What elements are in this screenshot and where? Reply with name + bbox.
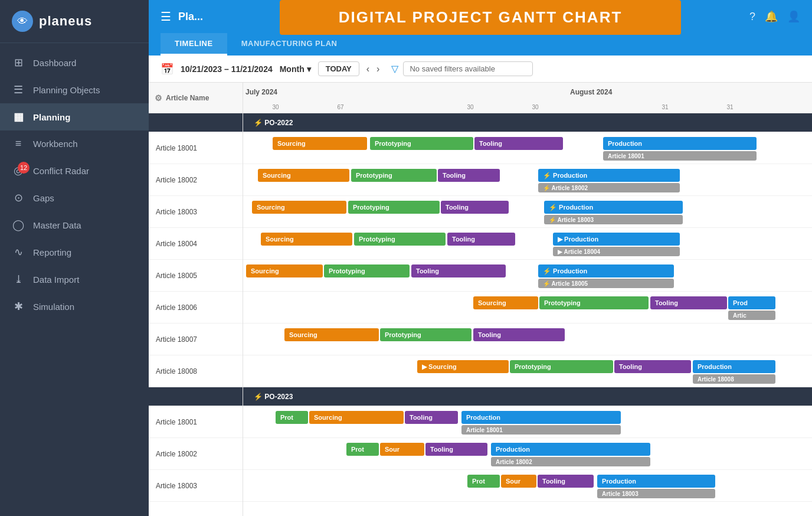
date-range: 10/21/2023 – 11/21/2024 bbox=[181, 64, 273, 74]
gantt-article-label: Article 18002 bbox=[149, 164, 243, 196]
user-icon[interactable]: 👤 bbox=[787, 10, 800, 23]
sidebar-item-dashboard[interactable]: ⊞ Dashboard bbox=[0, 49, 149, 76]
month-label-august: August 2024 bbox=[568, 88, 612, 96]
gantt-bar-prototyping: Prototyping bbox=[370, 137, 473, 150]
gantt-bar-sourcing: Sourcing bbox=[473, 296, 538, 309]
gantt-bar-prototyping: Prototyping bbox=[351, 169, 437, 182]
sidebar-item-planning[interactable]: ▦ Planning bbox=[0, 103, 149, 130]
gantt-article-label: Article 18002 bbox=[149, 438, 243, 470]
gantt-bar-prototyping: Prot bbox=[346, 443, 379, 456]
gantt-bar-production: ⚡ Production bbox=[538, 169, 680, 182]
nav-icon-simulation: ✱ bbox=[12, 300, 25, 313]
sidebar-item-conflict-radar[interactable]: ◎ Conflict Radar12 bbox=[0, 157, 149, 184]
bell-icon[interactable]: 🔔 bbox=[765, 10, 778, 23]
day-labels: 30 67 30 30 31 31 33 bbox=[243, 104, 812, 110]
gantt-bar-tooling: Tooling bbox=[441, 201, 509, 214]
sidebar-item-workbench[interactable]: ≡ Workbench bbox=[0, 130, 149, 157]
gantt-group-row-PO-2022: ⚡ PO-2022 bbox=[243, 113, 812, 132]
gantt-article-label: Article 18006 bbox=[149, 292, 243, 324]
sidebar-logo: 👁 planeus bbox=[0, 0, 149, 43]
nav-label-data-import: Data Import bbox=[33, 275, 79, 285]
gantt-bar-production: Production bbox=[597, 475, 715, 488]
gantt-container: ⚙ Article Name Article 18001Article 1800… bbox=[149, 83, 812, 516]
gantt-bar-sourcing: Sourcing bbox=[246, 264, 323, 277]
gantt-bar-tooling: Tooling bbox=[411, 264, 506, 277]
gantt-bar-article: ⚡ Article 18005 bbox=[538, 279, 674, 288]
nav-label-planning: Planning bbox=[33, 112, 70, 122]
gantt-row: ProtSourcingToolingProductionArticle 180… bbox=[243, 406, 812, 438]
gantt-bar-article: Article 18008 bbox=[693, 374, 775, 384]
gantt-row: ProtSourToolingProductionArticle 18003 bbox=[243, 470, 812, 502]
gantt-bar-production: Production bbox=[461, 411, 621, 424]
gantt-article-label: Article 18003 bbox=[149, 470, 243, 502]
sidebar-item-gaps[interactable]: ⊙ Gaps bbox=[0, 184, 149, 211]
gantt-bar-production: ⚡ Production bbox=[538, 264, 674, 277]
calendar-icon: 📅 bbox=[161, 63, 173, 76]
sidebar: 👁 planeus ⊞ Dashboard☰ Planning Objects▦… bbox=[0, 0, 149, 516]
gantt-group-label-PO-2022 bbox=[149, 113, 243, 132]
sidebar-nav: ⊞ Dashboard☰ Planning Objects▦ Planning≡… bbox=[0, 43, 149, 326]
gantt-bar-tooling: Tooling bbox=[405, 411, 458, 424]
gantt-bar-production: Production bbox=[603, 137, 757, 150]
gantt-row: SourcingPrototypingTooling bbox=[243, 324, 812, 355]
gantt-bar-prototyping: Prototyping bbox=[539, 296, 649, 309]
gantt-bar-tooling: Tooling bbox=[474, 137, 563, 150]
nav-label-planning-objects: Planning Objects bbox=[33, 85, 100, 95]
gantt-article-label: Article 18004 bbox=[149, 228, 243, 260]
gantt-article-label: Article 18008 bbox=[149, 355, 243, 387]
filter-select[interactable]: No saved filters available bbox=[403, 61, 533, 76]
gantt-bar-po-PO-2022: ⚡ PO-2022 bbox=[249, 115, 768, 130]
gantt-bar-tooling: Tooling bbox=[538, 475, 594, 488]
tab-bar: TIMELINEMANUFACTURING PLAN bbox=[149, 33, 812, 55]
today-button[interactable]: TODAY bbox=[318, 61, 359, 76]
gantt-bar-sourcing: Sourcing bbox=[284, 328, 379, 341]
header-icons: ? 🔔 👤 bbox=[749, 10, 800, 23]
gantt-chart[interactable]: July 2024 August 2024 30 67 30 30 31 31 … bbox=[243, 83, 812, 516]
prev-button[interactable]: ‹ bbox=[366, 64, 369, 74]
toolbar: 📅 10/21/2023 – 11/21/2024 Month ▾ TODAY … bbox=[149, 55, 812, 83]
sidebar-item-reporting[interactable]: ∿ Reporting bbox=[0, 239, 149, 266]
gantt-bar-sourcing: Sourcing bbox=[273, 137, 367, 150]
nav-icon-workbench: ≡ bbox=[12, 138, 25, 150]
tab-manufacturing-plan[interactable]: MANUFACTURING PLAN bbox=[227, 33, 352, 55]
nav-label-reporting: Reporting bbox=[33, 247, 71, 257]
gantt-bar-prototyping: Prototyping bbox=[354, 233, 446, 246]
gantt-bar-production: ⚡ Production bbox=[544, 201, 683, 214]
sidebar-item-planning-objects[interactable]: ☰ Planning Objects bbox=[0, 76, 149, 103]
nav-icon-reporting: ∿ bbox=[12, 246, 25, 259]
settings-icon[interactable]: ⚙ bbox=[155, 93, 162, 103]
gantt-bar-production: Production bbox=[693, 360, 775, 373]
gantt-bar-tooling: Tooling bbox=[473, 328, 565, 341]
gantt-group-row-PO-2023: ⚡ PO-2023 bbox=[243, 387, 812, 406]
gantt-bar-sourcing: Sourcing bbox=[258, 169, 349, 182]
gantt-row: SourcingPrototypingTooling▶ Production▶ … bbox=[243, 228, 812, 260]
help-icon[interactable]: ? bbox=[749, 11, 755, 23]
gantt-bar-sourcing: Sour bbox=[380, 443, 424, 456]
gantt-group-label-PO-2023 bbox=[149, 387, 243, 406]
gantt-bar-po-PO-2023: ⚡ PO-2023 bbox=[249, 389, 768, 404]
gantt-header: ⚙ Article Name bbox=[149, 83, 243, 113]
gantt-bar-sourcing: Sour bbox=[501, 475, 536, 488]
gantt-row: ProtSourToolingProductionArticle 18002 bbox=[243, 438, 812, 470]
gantt-row: SourcingPrototypingTooling⚡ Production⚡ … bbox=[243, 260, 812, 292]
next-button[interactable]: › bbox=[376, 64, 379, 74]
nav-icon-master-data: ◯ bbox=[12, 218, 25, 231]
gantt-bar-prototyping: Prot bbox=[467, 475, 500, 488]
gantt-bar-production: ▶ Production bbox=[553, 233, 680, 246]
gantt-article-label: Article 18001 bbox=[149, 406, 243, 438]
month-select-button[interactable]: Month ▾ bbox=[280, 64, 311, 74]
gantt-bar-article: Article 18003 bbox=[597, 489, 715, 498]
gantt-bar-tooling: Tooling bbox=[438, 169, 500, 182]
tab-timeline[interactable]: TIMELINE bbox=[161, 33, 227, 55]
gantt-bar-tooling: Tooling bbox=[447, 233, 515, 246]
menu-icon[interactable]: ☰ bbox=[161, 9, 171, 24]
nav-icon-planning-objects: ☰ bbox=[12, 83, 25, 96]
gantt-row: SourcingPrototypingTooling⚡ Production⚡ … bbox=[243, 196, 812, 228]
sidebar-item-data-import[interactable]: ⤓ Data Import bbox=[0, 266, 149, 293]
gantt-article-label: Article 18005 bbox=[149, 260, 243, 292]
sidebar-item-master-data[interactable]: ◯ Master Data bbox=[0, 211, 149, 239]
gantt-bar-tooling: Tooling bbox=[650, 296, 727, 309]
sidebar-item-simulation[interactable]: ✱ Simulation bbox=[0, 293, 149, 320]
gantt-bar-article: Article 18001 bbox=[461, 425, 621, 435]
gantt-row: SourcingPrototypingToolingProdArtic bbox=[243, 292, 812, 324]
